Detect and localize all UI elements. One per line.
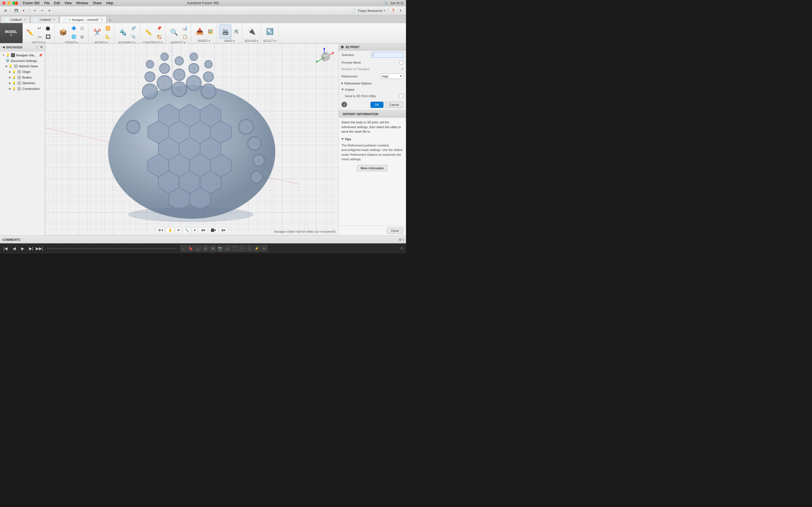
edit-menu-item[interactable]: Edit xyxy=(54,1,60,5)
sketch-btn3[interactable]: ▭ xyxy=(36,33,43,41)
cancel-button[interactable]: Cancel xyxy=(385,102,403,108)
info-icon[interactable]: i xyxy=(342,102,347,107)
sidebar-options-btn[interactable]: ⋮ xyxy=(35,45,38,49)
history-button[interactable]: 🕐 xyxy=(350,8,357,14)
create-btn3[interactable]: 🌐 xyxy=(70,33,78,41)
redo-button[interactable]: ↪ xyxy=(39,8,45,14)
insert-btn2[interactable]: 🖼️ xyxy=(206,27,214,36)
mesh-btn[interactable]: ⚡ xyxy=(254,245,260,251)
construct-btn2[interactable]: 📌 xyxy=(155,24,163,32)
sketch-btn[interactable]: ✏️ xyxy=(25,27,35,38)
construct-btn3[interactable]: 🏗️ xyxy=(155,33,163,41)
create-btn4[interactable]: ⬡ xyxy=(78,24,86,32)
box-btn[interactable]: □ xyxy=(246,245,253,251)
send-to-checkbox[interactable] xyxy=(399,94,403,98)
window-menu-item[interactable]: Window xyxy=(76,1,88,5)
select-label[interactable]: SELECT ▾ xyxy=(263,40,276,43)
tab-hexagon[interactable]: 📄 ● hexagon ...overed)* ✕ xyxy=(59,16,107,23)
user-dropdown[interactable]: ▾ xyxy=(384,9,386,12)
nav-cube[interactable]: TOP xyxy=(313,46,336,69)
model-mode-button[interactable]: MODEL ▾ xyxy=(0,23,22,43)
addins-label[interactable]: ADD-INS ▾ xyxy=(245,40,258,43)
sketch-btn4[interactable]: ⬤ xyxy=(44,24,52,32)
tab-close-3[interactable]: ✕ xyxy=(101,18,103,21)
sidebar-item-namedviews[interactable]: ▶ 💡 □ Named Views xyxy=(0,63,45,69)
output-row[interactable]: Output xyxy=(339,87,406,93)
pin-icon[interactable]: 📌 xyxy=(39,54,43,57)
display-mode-btn[interactable]: 🖥▾ xyxy=(199,227,207,233)
refinement-options-row[interactable]: Refinement Options xyxy=(339,80,406,87)
make-3dprint-btn[interactable]: 🖨️ xyxy=(219,24,232,39)
make-label[interactable]: MAKE ▾ xyxy=(224,40,234,43)
more-info-button[interactable]: More Information xyxy=(357,165,388,171)
construct-btn1[interactable]: 📏 xyxy=(142,25,154,40)
spline-btn[interactable]: ⌒ xyxy=(232,245,238,251)
close-button[interactable] xyxy=(2,1,6,5)
sidebar-item-sketches[interactable]: ▶ 💡 □ Sketches xyxy=(0,80,45,86)
sketch-btn5[interactable]: 🔲 xyxy=(44,33,52,41)
new-tab-button[interactable]: + xyxy=(107,17,113,23)
animate-btn[interactable]: △ xyxy=(195,245,201,251)
prev-frame-btn[interactable]: ◀ xyxy=(11,245,17,252)
extra-btn[interactable]: ∞ xyxy=(261,245,267,251)
timeline-settings-btn[interactable]: ⚙ xyxy=(400,246,404,251)
comments-settings-btn[interactable]: ⚙ xyxy=(399,238,402,242)
selection-input[interactable] xyxy=(371,52,403,58)
modify-btn2[interactable]: 🔀 xyxy=(104,24,112,32)
create-btn5[interactable]: ◎ xyxy=(78,33,86,41)
last-frame-btn[interactable]: ▶▶| xyxy=(36,245,43,252)
inspect-btn1[interactable]: 🔍 xyxy=(168,25,180,40)
play-btn[interactable]: ▶ xyxy=(19,245,26,252)
modify-btn1[interactable]: ✂️ xyxy=(91,25,103,40)
anim2-btn[interactable]: ◁ xyxy=(224,245,231,251)
refinement-select[interactable]: High ▾ xyxy=(380,73,403,79)
tab-untitled-1[interactable]: 📄 Untitled* ✕ xyxy=(1,16,30,23)
create-btn2[interactable]: 🔷 xyxy=(70,24,78,32)
assemble-btn3[interactable]: 📎 xyxy=(130,33,137,41)
target-btn[interactable]: ◎ xyxy=(202,245,209,251)
visual-style-btn[interactable]: ⬛▾ xyxy=(209,227,218,233)
help-dropdown[interactable]: ▾ xyxy=(398,8,404,14)
select-btn1[interactable]: ↖️ xyxy=(263,24,276,39)
grid-btn[interactable]: ⊞▾ xyxy=(219,227,227,233)
modify-btn3[interactable]: 📐 xyxy=(104,33,112,41)
tab-close-1[interactable]: ✕ xyxy=(24,18,26,21)
view-settings-btn[interactable]: ⚙▾ xyxy=(156,227,165,233)
first-frame-btn[interactable]: |◀ xyxy=(2,245,9,252)
apps-button[interactable]: ⊞ xyxy=(2,8,8,14)
multi-btn[interactable]: ⊞ xyxy=(210,245,216,251)
user-name[interactable]: Poppy Mosbacher xyxy=(358,9,383,12)
assemble-btn1[interactable]: 🔩 xyxy=(116,25,129,40)
orbit-btn[interactable]: ⟳ xyxy=(175,227,182,233)
undo-dropdown[interactable]: ▾ xyxy=(46,8,52,14)
sidebar-item-origin[interactable]: ▶ 💡 □ Origin xyxy=(0,69,45,75)
sketch-btn2[interactable]: ↩ xyxy=(36,24,43,32)
zoom-btn[interactable]: 🔍 xyxy=(183,227,191,233)
close-button[interactable]: Close xyxy=(387,228,403,234)
keyframe-btn[interactable]: ⬦ xyxy=(181,245,187,251)
tab-untitled-2[interactable]: 📄 Untitled* ✕ xyxy=(31,16,59,23)
sidebar-item-construction[interactable]: ▶ 💡 □ Construction xyxy=(0,86,45,92)
inspect-btn3[interactable]: 📋 xyxy=(181,33,189,41)
sidebar-item-file[interactable]: ▼ 💡 □ hexagon chain mail for vide... 📌 xyxy=(0,52,45,58)
preview-mesh-checkbox[interactable] xyxy=(399,61,403,64)
view-menu-item[interactable]: View xyxy=(64,1,71,5)
assemble-btn2[interactable]: 🔗 xyxy=(130,24,137,32)
next-frame-btn[interactable]: ▶| xyxy=(28,245,35,252)
insert-btn1[interactable]: 📥 xyxy=(193,24,206,39)
create-extrude-btn[interactable]: 📦 xyxy=(57,25,69,40)
minimize-button[interactable] xyxy=(7,1,11,5)
make-btn2[interactable]: 🛠️ xyxy=(232,27,240,36)
apple-menu[interactable]: 🍎 xyxy=(14,1,18,5)
pan-btn[interactable]: ✋ xyxy=(166,227,174,233)
file-menu-item[interactable]: File xyxy=(44,1,49,5)
addins-btn1[interactable]: 🔌 xyxy=(245,24,258,39)
ok-button[interactable]: OK xyxy=(370,102,384,108)
tips-header[interactable]: Tips xyxy=(339,136,406,142)
inspect-btn2[interactable]: 📊 xyxy=(181,24,189,32)
help-button[interactable]: ❓ xyxy=(390,8,396,14)
share-menu-item[interactable]: Share xyxy=(93,1,102,5)
spring-btn[interactable]: 〰 xyxy=(239,245,245,251)
bookmark-btn[interactable]: 🔖 xyxy=(188,245,194,251)
cam-btn[interactable]: 📷 xyxy=(217,245,223,251)
